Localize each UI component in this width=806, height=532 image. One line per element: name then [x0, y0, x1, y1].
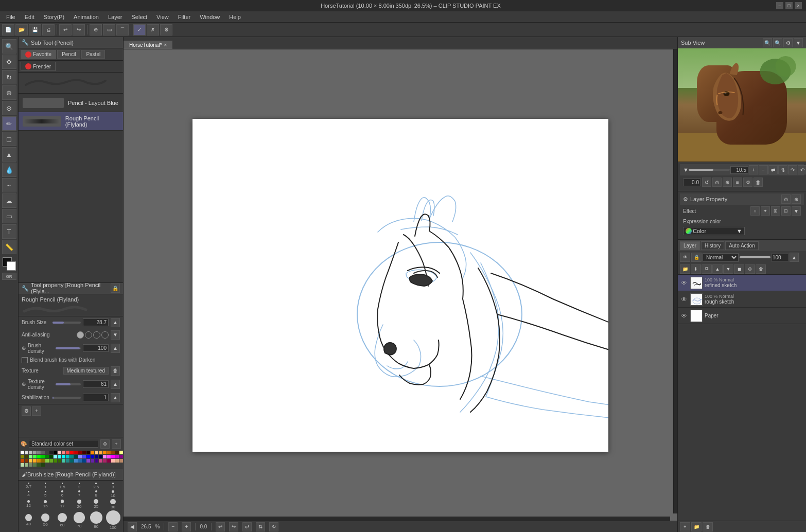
- color-swatch-18[interactable]: [95, 451, 98, 454]
- tool-move[interactable]: ✥: [2, 55, 16, 69]
- color-swatch-4[interactable]: [37, 451, 41, 454]
- layer-merge-down[interactable]: ⬇: [691, 264, 701, 274]
- color-swatch-6[interactable]: [45, 451, 49, 454]
- brush-size-btn-17[interactable]: 17: [55, 499, 71, 509]
- opacity-inc[interactable]: ▲: [790, 253, 799, 262]
- nav-rotation-input[interactable]: [683, 179, 701, 186]
- layer-move-down[interactable]: ▼: [723, 264, 733, 274]
- status-nav-rotate[interactable]: ↻: [269, 522, 278, 531]
- brush-size-btn-100[interactable]: 100: [105, 510, 121, 530]
- toolbar-settings[interactable]: ⚙: [160, 24, 172, 36]
- color-swatch-10[interactable]: [62, 451, 65, 454]
- nav-reset-rotation[interactable]: ↺: [702, 178, 711, 187]
- layer-vis-rough[interactable]: 👁: [680, 295, 688, 304]
- color-swatch-36[interactable]: [54, 455, 57, 458]
- brush-density-slider[interactable]: [56, 347, 81, 349]
- color-swatch-12[interactable]: [70, 451, 74, 454]
- color-swatch-65[interactable]: [58, 459, 61, 463]
- layer-delete[interactable]: 🗑: [703, 522, 713, 531]
- color-swatch-21[interactable]: [107, 451, 111, 454]
- brush-size-btn-20[interactable]: 20: [72, 499, 87, 509]
- color-swatch-64[interactable]: [54, 459, 57, 463]
- color-swatch-35[interactable]: [49, 455, 53, 458]
- color-swatch-66[interactable]: [62, 459, 65, 463]
- anti-alias-high[interactable]: [101, 331, 109, 339]
- color-swatch-77[interactable]: [107, 459, 111, 463]
- color-swatch-73[interactable]: [91, 459, 94, 463]
- menu-view[interactable]: View: [152, 13, 173, 21]
- status-nav-flip-v[interactable]: ⇅: [256, 522, 265, 531]
- menu-help[interactable]: Help: [225, 13, 245, 21]
- layer-prop-expand1[interactable]: ⊙: [781, 194, 791, 204]
- canvas-tab-close[interactable]: ×: [164, 42, 167, 48]
- menu-select[interactable]: Select: [128, 13, 152, 21]
- tool-prop-lock[interactable]: 🔒: [111, 283, 120, 293]
- tab-auto-action[interactable]: Auto Action: [725, 241, 759, 250]
- color-picker-area[interactable]: [3, 257, 16, 271]
- brush-size-btn-15[interactable]: 15: [38, 499, 54, 509]
- toolbar-brush-off[interactable]: ✗: [147, 24, 159, 36]
- color-swatch-7[interactable]: [49, 451, 53, 454]
- nav-extra2[interactable]: ≡: [733, 178, 742, 187]
- brush-size-btn-25[interactable]: 25: [88, 499, 104, 509]
- maximize-button[interactable]: □: [785, 2, 793, 9]
- layer-add-folder[interactable]: 📁: [691, 522, 702, 531]
- background-color[interactable]: [7, 261, 16, 271]
- color-swatch-87[interactable]: [33, 463, 37, 467]
- color-swatch-43[interactable]: [82, 455, 86, 458]
- color-swatch-79[interactable]: [115, 459, 119, 463]
- color-swatch-49[interactable]: [107, 455, 111, 458]
- tool-fill[interactable]: ▲: [2, 147, 16, 162]
- effect-expand[interactable]: ▼: [792, 206, 801, 216]
- anti-alias-medium[interactable]: [93, 331, 100, 339]
- color-swatch-0[interactable]: [21, 451, 24, 454]
- tab-favorite[interactable]: Favorite: [21, 50, 56, 59]
- color-swatch-29[interactable]: [25, 455, 28, 458]
- color-swatch-30[interactable]: [29, 455, 32, 458]
- brush-size-inc[interactable]: ▲: [111, 318, 120, 327]
- layer-trash[interactable]: 🗑: [756, 264, 766, 274]
- color-swatch-41[interactable]: [74, 455, 78, 458]
- color-swatch-23[interactable]: [115, 451, 119, 454]
- color-swatch-51[interactable]: [115, 455, 119, 458]
- color-swatch-14[interactable]: [78, 451, 82, 454]
- color-swatch-13[interactable]: [74, 451, 78, 454]
- toolbar-save[interactable]: 💾: [29, 24, 41, 36]
- status-nav-left[interactable]: ◀: [128, 522, 137, 531]
- menu-file[interactable]: File: [2, 13, 20, 21]
- brush-size-btn-10[interactable]: 10: [105, 490, 121, 498]
- menu-edit[interactable]: Edit: [21, 13, 39, 21]
- tool-prop-settings[interactable]: ⚙: [22, 406, 31, 416]
- toolbar-transform[interactable]: ⊕: [90, 24, 102, 36]
- layer-add-mask[interactable]: ◼: [734, 264, 744, 274]
- layer-vis-paper[interactable]: 👁: [680, 312, 688, 320]
- color-swatch-15[interactable]: [82, 451, 86, 454]
- brush-size-btn-50[interactable]: 50: [38, 510, 54, 530]
- color-swatch-69[interactable]: [74, 459, 78, 463]
- brush-size-btn-5[interactable]: 5: [38, 490, 54, 498]
- nav-rotate-cw[interactable]: ↷: [788, 165, 797, 174]
- brush-size-slider[interactable]: [52, 322, 81, 324]
- color-swatch-68[interactable]: [70, 459, 74, 463]
- nav-slider[interactable]: [689, 169, 730, 171]
- brush-size-btn-1[interactable]: 1: [38, 483, 54, 489]
- menu-animation[interactable]: Animation: [69, 13, 103, 21]
- nav-flip-h[interactable]: ⇄: [768, 165, 778, 174]
- brush-size-btn-1.5[interactable]: 1.5: [55, 483, 71, 489]
- tab-pastel[interactable]: Pastel: [81, 50, 105, 59]
- toolbar-undo[interactable]: ↩: [59, 24, 72, 36]
- tool-rotate[interactable]: ↻: [2, 70, 16, 84]
- brush-rough-pencil[interactable]: Rough Pencil (Flyland): [19, 112, 123, 131]
- layer-prop-expand2[interactable]: ⊕: [792, 194, 801, 204]
- color-swatch-86[interactable]: [29, 463, 32, 467]
- status-nav-flip-h[interactable]: ⇄: [242, 522, 252, 531]
- menu-filter[interactable]: Filter: [174, 13, 195, 21]
- tool-prop-add[interactable]: +: [32, 406, 41, 416]
- brush-layout-blue[interactable]: Pencil - Layout Blue: [19, 94, 123, 112]
- brush-size-btn-2[interactable]: 2: [72, 483, 87, 489]
- brush-size-btn-2.5[interactable]: 2.5: [88, 483, 104, 489]
- toolbar-brush-on[interactable]: ✓: [133, 24, 146, 36]
- brush-size-btn-80[interactable]: 80: [88, 510, 104, 530]
- layer-rough-sketch[interactable]: 👁 100 % Normal rough sketch: [678, 291, 806, 308]
- tool-transform2[interactable]: ⊕: [2, 85, 16, 100]
